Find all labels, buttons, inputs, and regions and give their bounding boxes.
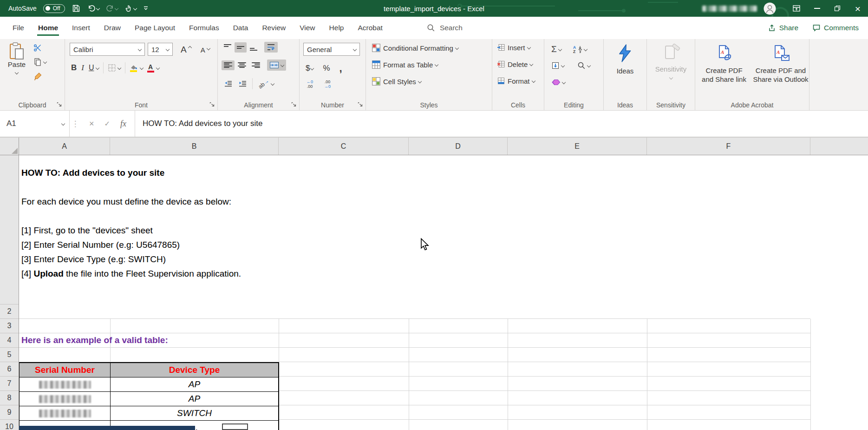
merge-center-button[interactable] — [267, 60, 286, 71]
number-format-select[interactable]: General — [303, 43, 360, 56]
tab-file[interactable]: File — [6, 17, 31, 39]
find-select-button[interactable] — [575, 60, 593, 72]
cell-step-3[interactable]: [3] Enter Device Type (e.g: SWITCH) — [21, 254, 166, 265]
row-header-7[interactable]: 7 — [0, 377, 19, 391]
clipboard-dialog-launcher[interactable] — [57, 102, 63, 108]
column-header-a[interactable]: A — [19, 138, 110, 155]
row-header-6[interactable]: 6 — [0, 362, 19, 377]
font-color-button[interactable]: A — [145, 62, 157, 74]
font-dialog-launcher[interactable] — [209, 102, 215, 108]
fill-color-dropdown-icon[interactable] — [139, 66, 143, 70]
paste-dropdown-icon[interactable] — [15, 71, 19, 74]
tab-review[interactable]: Review — [255, 17, 293, 39]
row-header-10[interactable]: 10 — [0, 420, 19, 430]
bottom-tab-fragment[interactable] — [222, 423, 248, 430]
borders-button[interactable] — [105, 62, 123, 74]
touch-mouse-mode-button[interactable] — [124, 4, 137, 13]
comments-button[interactable]: Comments — [812, 24, 859, 32]
insert-function-button[interactable]: fx — [120, 119, 126, 129]
cell-step-1[interactable]: [1] First, go to the "devices" sheet — [21, 225, 153, 236]
row-header-4[interactable]: 4 — [0, 333, 19, 348]
tab-help[interactable]: Help — [322, 17, 351, 39]
percent-style-button[interactable]: % — [320, 62, 332, 75]
restore-button[interactable] — [827, 0, 848, 17]
redo-dropdown-icon[interactable] — [114, 7, 118, 10]
create-pdf-share-outlook-button[interactable]: A Create PDF andShare via Outlook — [753, 44, 809, 84]
orientation-dropdown-icon[interactable] — [271, 82, 274, 86]
tab-page-layout[interactable]: Page Layout — [128, 17, 182, 39]
column-header-c[interactable]: C — [279, 138, 409, 155]
column-header-f[interactable]: F — [647, 138, 810, 155]
conditional-formatting-button[interactable]: Conditional Formatting — [372, 43, 458, 53]
number-dialog-launcher[interactable] — [358, 102, 364, 108]
row-header-9[interactable]: 9 — [0, 405, 19, 420]
format-as-table-button[interactable]: Format as Table — [372, 60, 438, 69]
table-header-serial-number[interactable]: Serial Number — [20, 363, 111, 377]
italic-button[interactable]: I — [79, 61, 86, 74]
alignment-dialog-launcher[interactable] — [291, 102, 297, 108]
column-header-b[interactable]: B — [110, 138, 279, 155]
table-header-device-type[interactable]: Device Type — [111, 363, 278, 377]
accounting-format-button[interactable]: $ — [303, 62, 316, 75]
wrap-text-button[interactable] — [264, 42, 278, 53]
align-right-button[interactable] — [249, 60, 262, 70]
cancel-entry-button[interactable]: × — [89, 119, 94, 129]
customize-quick-access-button[interactable] — [143, 6, 149, 11]
copy-dropdown-icon[interactable] — [43, 60, 47, 64]
fill-color-button[interactable] — [127, 62, 140, 74]
row-header-1[interactable] — [0, 155, 19, 304]
bold-button[interactable]: B — [69, 61, 79, 74]
cell-howto-title[interactable]: HOW TO: Add devices to your site — [21, 168, 164, 178]
row-header-8[interactable]: 8 — [0, 391, 19, 405]
autosave-toggle[interactable]: Off — [43, 4, 65, 13]
tab-formulas[interactable]: Formulas — [182, 17, 226, 39]
align-center-button[interactable] — [235, 60, 248, 70]
cell-example-note[interactable]: Here is an example of a valid table: — [21, 335, 168, 345]
increase-indent-button[interactable] — [236, 79, 249, 89]
align-left-button[interactable] — [222, 60, 235, 70]
paste-button[interactable]: Paste — [4, 42, 30, 74]
tab-data[interactable]: Data — [226, 17, 255, 39]
table-cell-serial-row1[interactable] — [20, 377, 111, 392]
increase-font-size-button[interactable]: A — [178, 43, 194, 57]
undo-dropdown-icon[interactable] — [96, 7, 99, 10]
name-box-dropdown-icon[interactable] — [61, 122, 65, 126]
delete-cells-button[interactable]: Delete — [497, 60, 533, 68]
sensitivity-button[interactable]: Sensitivity — [649, 43, 693, 79]
column-header-e[interactable]: E — [508, 138, 647, 155]
comma-style-button[interactable]: , — [337, 60, 345, 76]
sort-filter-button[interactable]: AZ — [570, 43, 589, 55]
formula-bar-input[interactable]: HOW TO: Add devices to your site — [135, 111, 868, 137]
tab-view[interactable]: View — [293, 17, 322, 39]
merge-dropdown-icon[interactable] — [281, 63, 284, 67]
table-cell-type-row1[interactable]: AP — [111, 377, 278, 392]
fill-button[interactable] — [549, 60, 567, 72]
save-button[interactable] — [72, 4, 81, 13]
touch-mode-dropdown-icon[interactable] — [133, 7, 137, 10]
redo-button[interactable] — [106, 4, 118, 13]
font-name-select[interactable]: Calibri — [70, 43, 145, 56]
column-header-d[interactable]: D — [409, 138, 508, 155]
cut-button[interactable] — [33, 44, 42, 52]
table-cell-serial-row3[interactable] — [20, 406, 111, 421]
tab-draw[interactable]: Draw — [97, 17, 128, 39]
tab-acrobat[interactable]: Acrobat — [351, 17, 389, 39]
clear-button[interactable] — [549, 77, 568, 87]
cell-styles-button[interactable]: Cell Styles — [372, 77, 421, 86]
user-avatar[interactable] — [764, 2, 776, 15]
table-cell-type-row2[interactable]: AP — [111, 392, 278, 406]
close-button[interactable]: × — [848, 0, 868, 17]
insert-cells-button[interactable]: Insert — [497, 43, 530, 52]
undo-button[interactable] — [87, 4, 99, 13]
create-pdf-share-link-button[interactable]: A Create PDFand Share link — [697, 44, 751, 84]
autosum-button[interactable]: Σ — [549, 42, 564, 56]
copy-button[interactable] — [33, 58, 46, 66]
name-box[interactable]: A1 — [0, 111, 70, 137]
format-cells-button[interactable]: Format — [497, 77, 535, 85]
format-painter-button[interactable] — [33, 72, 43, 81]
underline-dropdown-icon[interactable] — [95, 66, 99, 70]
orientation-button[interactable]: ab→ — [255, 79, 276, 89]
underline-button[interactable]: U — [86, 62, 101, 74]
align-bottom-button[interactable] — [248, 42, 260, 53]
decrease-indent-button[interactable] — [222, 79, 235, 89]
